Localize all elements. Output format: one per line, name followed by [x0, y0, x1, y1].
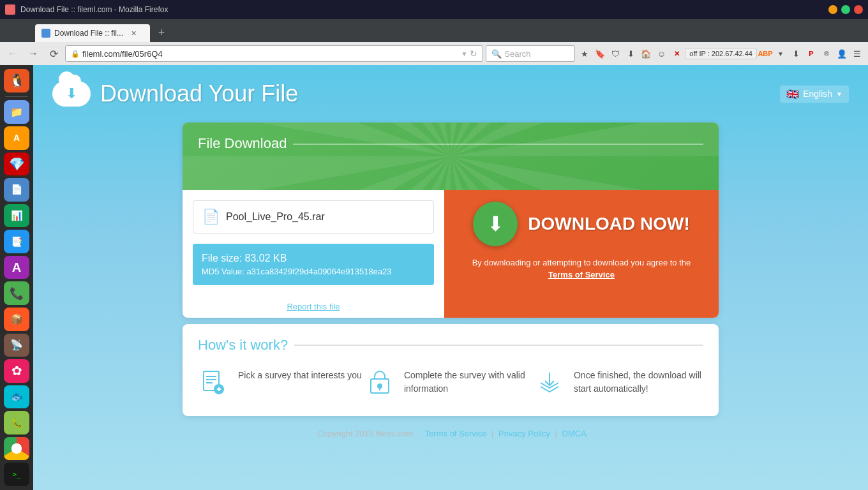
how-section: How's it work?	[183, 324, 719, 416]
step1-text: Pick a survey that interests you	[238, 369, 362, 382]
maximize-button[interactable]	[841, 5, 850, 14]
card-body: 📄 Pool_Live_Pro_45.rar File size: 83.02 …	[183, 190, 719, 318]
sidebar-item-present[interactable]: 📑	[4, 230, 29, 253]
footer: Copyright 2015 fileml.com Terms of Servi…	[46, 416, 855, 451]
footer-terms-link[interactable]: Terms of Service	[425, 429, 487, 438]
url-bar[interactable]: 🔒 fileml.com/file/05r6Q4 ▼ ↻	[65, 45, 483, 62]
search-icon: 🔍	[491, 49, 502, 59]
file-md5: MD5 Value: a31ca83429f29d4a09064e913518e…	[202, 267, 425, 276]
sidebar-item-font[interactable]: A	[4, 256, 29, 279]
sidebar-item-sheet[interactable]: 📊	[4, 204, 29, 228]
title-bar: Download File :: fileml.com - Mozilla Fi…	[0, 0, 868, 19]
step2-icon	[366, 369, 394, 397]
terms-text: By downloading or attempting to download…	[472, 258, 691, 267]
close-button[interactable]	[854, 5, 863, 14]
download-terms: By downloading or attempting to download…	[472, 256, 691, 281]
sidebar-item-chrome[interactable]	[4, 437, 29, 461]
card-header-background	[183, 122, 719, 190]
download-manager-icon[interactable]: ⬇	[789, 47, 803, 61]
tab-close-button[interactable]: ✕	[131, 29, 137, 38]
page-header: ⬇ Download Your File 🇬🇧 English ▼	[46, 78, 855, 110]
sidebar-item-terminal[interactable]: >_	[4, 463, 29, 486]
card-header-line	[293, 144, 703, 145]
minimize-button[interactable]	[828, 5, 837, 14]
window-title: Download File :: fileml.com - Mozilla Fi…	[20, 5, 828, 14]
nav-icons: ★ 🔖 🛡 ⬇ 🏠 ☺ ✕ off IP : 202.67.42.44 ABP …	[578, 47, 864, 61]
sidebar-item-files[interactable]: 📁	[4, 100, 29, 124]
active-tab[interactable]: Download File :: fil... ✕	[35, 24, 150, 42]
sidebar-item-ruby[interactable]: 💎	[4, 152, 29, 176]
tab-favicon	[41, 29, 50, 38]
download-now-button[interactable]: ⬇ DOWNLOAD NOW!	[473, 202, 690, 246]
step2-text: Complete the survey with valid informati…	[404, 369, 532, 396]
file-name-box: 📄 Pool_Live_Pro_45.rar	[193, 200, 434, 234]
bookmark-star-icon[interactable]: ★	[578, 47, 592, 61]
cloud-arrow-icon: ⬇	[66, 85, 77, 102]
how-title: How's it work?	[198, 337, 703, 353]
sidebar-item-cube[interactable]: 📦	[4, 308, 29, 331]
tab-bar: Download File :: fil... ✕ +	[0, 19, 868, 42]
step3-text: Once finished, the download will start a…	[574, 369, 701, 396]
forward-button[interactable]: →	[24, 45, 42, 63]
bookmark-icon[interactable]: 🔖	[593, 47, 607, 61]
file-size: File size: 83.02 KB	[202, 253, 425, 264]
sidebar: 🐧 📁 A 💎 📄 📊 📑 A 📞 📦 📡 ✿ 🐟 🐛 >_	[0, 65, 33, 490]
page-title: Download Your File	[100, 80, 298, 107]
terms-of-service-link[interactable]: Terms of Service	[548, 270, 615, 279]
nav-bar: ← → ⟳ 🔒 fileml.com/file/05r6Q4 ▼ ↻ 🔍 Sea…	[0, 42, 868, 65]
sidebar-item-phone[interactable]: 📞	[4, 281, 29, 305]
footer-sep2: |	[555, 429, 560, 438]
how-title-line	[294, 345, 703, 346]
window-controls[interactable]	[828, 5, 863, 14]
back-button[interactable]: ←	[4, 45, 22, 63]
card-title-text: File Download	[198, 135, 287, 152]
cloud-icon: ⬇	[52, 78, 91, 110]
sidebar-divider	[5, 96, 28, 97]
refresh-button[interactable]: ⟳	[45, 45, 63, 63]
language-dropdown-icon: ▼	[836, 91, 842, 98]
copyright-text: Copyright 2015 fileml.com	[317, 429, 413, 438]
reload-icon[interactable]: ↻	[470, 48, 477, 59]
sidebar-item-fish[interactable]: 🐟	[4, 385, 29, 409]
browser-icon	[5, 4, 15, 15]
new-tab-button[interactable]: +	[153, 26, 170, 40]
ip-display: off IP : 202.67.42.44	[685, 48, 757, 59]
tab-label: Download File :: fil...	[54, 29, 123, 38]
sidebar-item-doc[interactable]: 📄	[4, 178, 29, 202]
nav-dropdown-icon[interactable]: ▼	[774, 47, 788, 61]
footer-privacy-link[interactable]: Privacy Policy	[498, 429, 550, 438]
sidebar-item-bug[interactable]: 🐛	[4, 411, 29, 434]
sidebar-item-flower[interactable]: ✿	[4, 359, 29, 383]
svg-point-8	[377, 383, 382, 389]
file-name: Pool_Live_Pro_45.rar	[226, 211, 325, 223]
pdf-icon[interactable]: P	[804, 47, 818, 61]
url-dropdown-icon[interactable]: ▼	[461, 50, 467, 57]
user-icon[interactable]: 👤	[835, 47, 849, 61]
home-icon[interactable]: 🏠	[639, 47, 653, 61]
rights-icon[interactable]: ®	[819, 47, 834, 61]
file-details-box: File size: 83.02 KB MD5 Value: a31ca8342…	[193, 244, 434, 285]
step3-icon	[535, 369, 564, 397]
menu-icon[interactable]: ☰	[850, 47, 864, 61]
step1-icon	[200, 369, 228, 397]
main-layout: 🐧 📁 A 💎 📄 📊 📑 A 📞 📦 📡 ✿ 🐟 🐛 >_ ⬇ Downlo	[0, 65, 868, 490]
url-text: fileml.com/file/05r6Q4	[82, 49, 461, 59]
language-label: English	[803, 89, 832, 99]
sidebar-item-ubuntu[interactable]: 🐧	[4, 69, 29, 93]
smiley-icon[interactable]: ☺	[654, 47, 668, 61]
language-selector[interactable]: 🇬🇧 English ▼	[780, 85, 849, 103]
proxy-indicator[interactable]: ✕	[670, 47, 684, 61]
search-bar[interactable]: 🔍 Search	[486, 45, 575, 62]
how-step-1: Pick a survey that interests you	[200, 369, 362, 397]
page-title-area: ⬇ Download Your File	[52, 78, 298, 110]
sidebar-item-amazon[interactable]: A	[4, 126, 29, 150]
shield-icon[interactable]: 🛡	[608, 47, 622, 61]
adblock-icon[interactable]: ABP	[758, 47, 772, 61]
how-step-3: Once finished, the download will start a…	[535, 369, 701, 397]
card-header: File Download	[183, 122, 719, 190]
sidebar-item-wifi[interactable]: 📡	[4, 334, 29, 357]
file-type-icon: 📄	[202, 209, 220, 225]
report-file-link[interactable]: Report this file	[287, 302, 340, 311]
download-icon[interactable]: ⬇	[624, 47, 638, 61]
footer-dmca-link[interactable]: DMCA	[562, 429, 587, 438]
